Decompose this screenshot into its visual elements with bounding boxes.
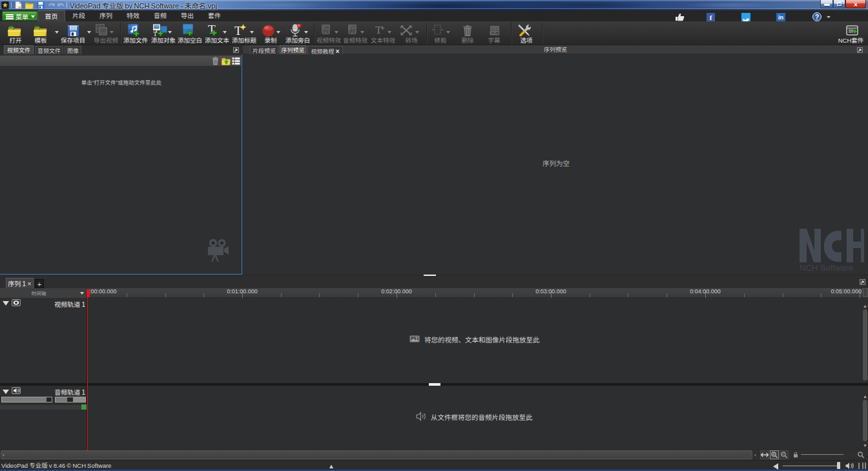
svg-text:FX: FX bbox=[324, 30, 329, 34]
svg-text:T: T bbox=[375, 24, 382, 36]
svg-text:™: ™ bbox=[860, 229, 864, 233]
svg-text:SUB: SUB bbox=[491, 31, 499, 35]
svg-text:FX: FX bbox=[350, 30, 356, 34]
svg-text:NCH Software: NCH Software bbox=[800, 263, 853, 273]
